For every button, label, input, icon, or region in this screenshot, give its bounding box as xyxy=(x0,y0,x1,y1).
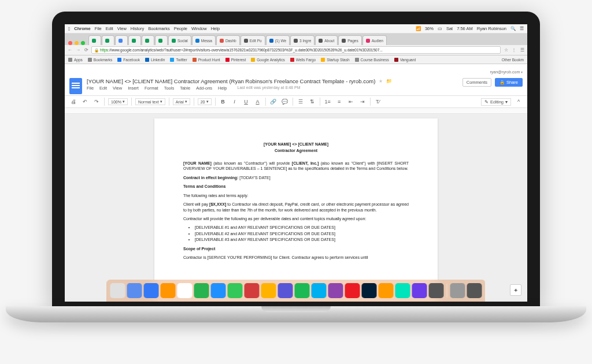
fontsize-select[interactable]: 20 ▾ xyxy=(198,98,212,105)
docs-menu-view[interactable]: View xyxy=(113,86,122,91)
forward-button[interactable]: → xyxy=(75,47,81,53)
browser-tab[interactable] xyxy=(115,35,128,45)
account-email[interactable]: ryan@ryrob.com xyxy=(490,70,520,74)
username[interactable]: Ryan Robinson xyxy=(477,26,506,31)
folder-icon[interactable]: 📁 xyxy=(386,79,392,84)
dock-app-icon[interactable] xyxy=(177,283,193,298)
editing-mode-select[interactable]: ✎Editing ▾ xyxy=(481,98,511,106)
chevron-up-icon[interactable]: ^ xyxy=(515,98,523,106)
numbered-list-icon[interactable]: 1≡ xyxy=(324,98,332,106)
dock-app-icon[interactable] xyxy=(127,283,142,298)
chrome-menu-icon[interactable]: ☰ xyxy=(519,47,525,53)
close-window[interactable] xyxy=(68,41,72,45)
browser-tab[interactable]: (1) We xyxy=(266,35,290,45)
dock-app-icon[interactable] xyxy=(362,283,377,298)
bookmark-item[interactable]: Vanguard xyxy=(394,58,416,62)
align-left-icon[interactable]: ☰ xyxy=(297,98,305,106)
link-icon[interactable]: 🔗 xyxy=(269,98,278,106)
bookmark-item[interactable]: Product Hunt xyxy=(193,58,220,62)
menu-edit[interactable]: Edit xyxy=(106,26,113,31)
menu-file[interactable]: File xyxy=(95,26,102,31)
menu-people[interactable]: People xyxy=(174,26,187,31)
browser-tab[interactable] xyxy=(155,35,168,45)
star-icon[interactable]: ★ xyxy=(379,79,383,84)
search-icon[interactable]: 🔍 xyxy=(510,26,516,31)
dock-app-icon[interactable] xyxy=(312,283,327,298)
menu-view[interactable]: View xyxy=(117,26,127,31)
browser-tab[interactable]: Audien xyxy=(362,35,387,45)
docs-menu-edit[interactable]: Edit xyxy=(99,86,107,91)
browser-tab[interactable]: 3 Ingre xyxy=(290,35,314,45)
dock-app-icon[interactable] xyxy=(261,283,276,298)
dock-app-icon[interactable] xyxy=(161,283,176,298)
browser-tab[interactable]: Edit Po xyxy=(240,35,265,45)
explore-button[interactable]: ✦ xyxy=(510,284,521,296)
other-bookmarks[interactable]: Other Bookm xyxy=(502,58,524,62)
dock-app-icon[interactable] xyxy=(395,283,410,298)
address-bar[interactable]: 🔒 https ://www.google.com/analytics/web/… xyxy=(91,46,501,54)
browser-tab[interactable]: Pages xyxy=(338,35,361,45)
dock-app-icon[interactable] xyxy=(295,283,310,298)
bookmark-item[interactable]: Google Analytics xyxy=(251,58,284,62)
line-spacing-icon[interactable]: ⇅ xyxy=(308,98,316,106)
docs-menu-insert[interactable]: Insert xyxy=(128,86,139,91)
browser-tab[interactable]: Dashb xyxy=(216,35,240,45)
bookmark-item[interactable]: Startup Stash xyxy=(321,58,349,62)
dock-app-icon[interactable] xyxy=(379,283,394,298)
italic-button[interactable]: I xyxy=(231,98,239,106)
browser-tab[interactable] xyxy=(102,35,114,45)
browser-tab[interactable]: Messa xyxy=(192,35,216,45)
bulleted-list-icon[interactable]: ≡ xyxy=(335,98,343,106)
maximize-window[interactable] xyxy=(81,41,85,45)
bookmark-item[interactable]: Course Business xyxy=(355,58,389,62)
browser-tab[interactable]: Social xyxy=(168,35,191,45)
redo-icon[interactable]: ↷ xyxy=(92,98,101,106)
ruler[interactable] xyxy=(65,108,527,114)
print-icon[interactable]: 🖨 xyxy=(69,98,77,106)
apple-menu[interactable]:  xyxy=(68,26,70,32)
comment-icon[interactable]: 💬 xyxy=(281,98,289,106)
document-page[interactable]: [YOUR NAME] <> [CLIENT NAME] Contractor … xyxy=(154,118,438,302)
dock-app-icon[interactable] xyxy=(228,283,243,298)
bookmark-item[interactable]: LinkedIn xyxy=(145,58,165,62)
dock-app-icon[interactable] xyxy=(412,283,427,298)
dock-app-icon[interactable] xyxy=(194,283,209,298)
extensions-icon[interactable]: ⋮ xyxy=(511,47,517,53)
bookmark-item[interactable]: Twitter xyxy=(170,58,187,62)
docs-menu-help[interactable]: Help xyxy=(218,86,227,91)
menu-bookmarks[interactable]: Bookmarks xyxy=(148,26,170,31)
bookmark-item[interactable]: Apps xyxy=(68,58,83,62)
wifi-icon[interactable]: 📶 xyxy=(416,26,421,31)
bookmark-item[interactable]: Wells Fargo xyxy=(290,58,316,62)
bold-button[interactable]: B xyxy=(219,98,227,106)
menu-icon[interactable]: ☰ xyxy=(520,26,524,31)
app-name[interactable]: Chrome xyxy=(74,26,90,31)
back-button[interactable]: ← xyxy=(67,47,73,53)
menu-help[interactable]: Help xyxy=(211,26,220,31)
zoom-select[interactable]: 100% ▾ xyxy=(108,98,128,105)
browser-tab[interactable] xyxy=(128,35,141,45)
docs-menu-tools[interactable]: Tools xyxy=(164,86,175,91)
bookmark-item[interactable]: Facebook xyxy=(117,58,140,62)
bookmark-star-icon[interactable]: ☆ xyxy=(503,47,509,53)
document-canvas[interactable]: [YOUR NAME] <> [CLIENT NAME] Contractor … xyxy=(65,114,527,302)
underline-button[interactable]: U xyxy=(242,98,250,106)
dock-app-icon[interactable] xyxy=(429,283,444,298)
font-select[interactable]: Arial ▾ xyxy=(173,98,190,105)
dock-app-icon[interactable] xyxy=(278,283,293,298)
docs-menu-format[interactable]: Format xyxy=(145,86,158,91)
outdent-icon[interactable]: ⇤ xyxy=(347,98,355,106)
dock-app-icon[interactable] xyxy=(211,283,226,298)
style-select[interactable]: Normal text ▾ xyxy=(135,98,165,105)
undo-icon[interactable]: ↶ xyxy=(81,98,89,106)
dock-app-icon[interactable] xyxy=(245,283,260,298)
document-title[interactable]: [YOUR NAME] <> [CLIENT NAME] Contractor … xyxy=(87,78,375,84)
dock-app-icon[interactable] xyxy=(450,283,465,298)
docs-menu-addons[interactable]: Add-ons xyxy=(196,86,212,91)
dock-app-icon[interactable] xyxy=(345,283,360,298)
dock-app-icon[interactable] xyxy=(144,283,159,298)
text-color-icon[interactable]: A xyxy=(254,98,262,106)
dock-app-icon[interactable] xyxy=(467,283,482,298)
share-button[interactable]: 🔒Share xyxy=(495,78,523,87)
comments-button[interactable]: Comments xyxy=(462,78,491,87)
